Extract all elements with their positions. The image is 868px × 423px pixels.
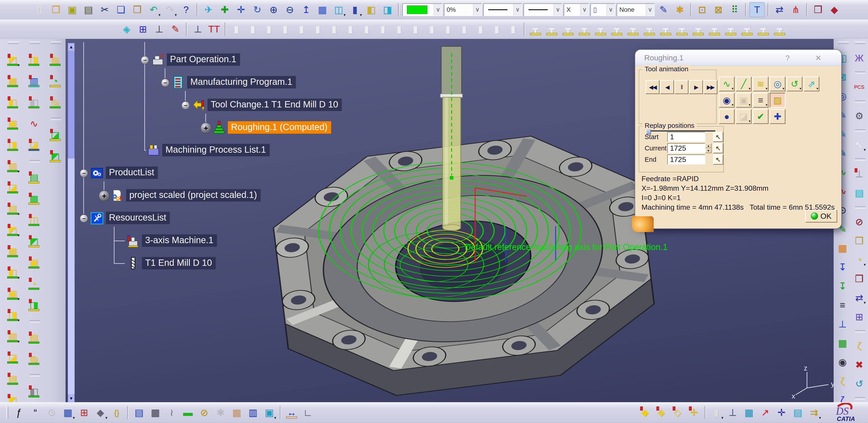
macros-grid[interactable]: ⠿	[727, 2, 742, 17]
undefined[interactable]	[16, 2, 31, 17]
tree-node-resources-list[interactable]: −	[80, 215, 88, 223]
tree-icon-resources-list[interactable]	[90, 211, 104, 225]
print-document[interactable]: ▤	[81, 2, 96, 17]
pan[interactable]: ✛	[234, 2, 248, 17]
loop-replay[interactable]: ↺▾	[786, 77, 802, 91]
video-record[interactable]: ◉▾	[719, 93, 735, 108]
swap-visible-space[interactable]: ◨	[380, 2, 395, 17]
counterboring[interactable]: ┳	[707, 22, 722, 37]
new-document[interactable]: ▯	[32, 2, 47, 17]
point-display-mode[interactable]: ╱▾	[736, 77, 752, 91]
data-flow[interactable]: ⇉▾	[807, 405, 822, 420]
nc-documentation-add[interactable]: ▤	[790, 405, 805, 420]
line-type-combo[interactable]: ∨	[524, 3, 562, 16]
tree-node-manufacturing-program-1[interactable]: −	[161, 79, 169, 87]
replay-end-input[interactable]: 1725	[667, 154, 705, 165]
layer-filter-dropdown[interactable]: ∨	[646, 4, 654, 16]
point-symbol-combo[interactable]: X∨	[564, 3, 589, 16]
spot-drill[interactable]: ▮	[294, 22, 309, 37]
pause[interactable]: ‖	[675, 80, 688, 94]
tree-item-roughing-1[interactable]: Roughing.1 (Computed)	[228, 121, 331, 134]
back-boring[interactable]: ┳	[756, 22, 771, 37]
tree-node-product-list[interactable]: −	[80, 169, 88, 177]
tree-node-part-operation-1[interactable]: −	[141, 56, 149, 64]
render-mode-dropdown[interactable]: ∨	[607, 4, 615, 16]
material-removal-analyze[interactable]: ▨	[770, 93, 785, 108]
relations[interactable]: ⊞	[76, 405, 92, 420]
formula-fx[interactable]: ƒ	[11, 405, 26, 420]
open-catalog[interactable]: ⊡	[694, 2, 710, 17]
boring-bar[interactable]: ▮	[310, 22, 325, 37]
tree-scroll-thumb[interactable]	[68, 51, 74, 158]
tree-icon-manufacturing-program-1[interactable]	[171, 76, 185, 90]
associate-machining-axis[interactable]: ✚	[770, 109, 785, 124]
spindle-condition[interactable]: ⊥	[190, 22, 205, 37]
t-slot-cutter[interactable]: ▮	[424, 22, 439, 37]
painter[interactable]: ✎	[656, 2, 671, 17]
replay-start-picker[interactable]: ↖	[713, 132, 723, 142]
replay-current-input[interactable]: 1725	[667, 143, 705, 153]
turning-insert-3[interactable]: ◇	[670, 405, 685, 420]
reverse-threading[interactable]: ┳	[626, 22, 641, 37]
go-to-end[interactable]: ▶▶	[704, 80, 717, 94]
zoom-out[interactable]: ⊖	[282, 2, 297, 17]
dialog-help-button[interactable]: ?	[782, 53, 794, 63]
fit-all-in[interactable]: ✚	[217, 2, 232, 17]
dialog-close-button[interactable]: ✕	[812, 53, 824, 63]
feature-view-diamond[interactable]: ◈	[119, 22, 134, 37]
drilling-dwell-delay[interactable]: ┳	[561, 22, 576, 37]
reamer[interactable]: ▮	[261, 22, 276, 37]
layer-filter-combo[interactable]: None∨	[617, 3, 655, 16]
text-annotation[interactable]: T	[749, 2, 765, 17]
tree-node-project-scaled[interactable]: +	[99, 191, 110, 201]
tree-item-3-axis-machine-1[interactable]: 3-axis Machine.1	[142, 234, 217, 247]
tree-node-roughing-1[interactable]: +	[200, 122, 211, 134]
chamfering-2-sides[interactable]: ┳	[740, 22, 754, 37]
graphic-color-dropdown[interactable]: ∨	[434, 4, 442, 16]
part-body-brick[interactable]: ❒	[811, 2, 826, 17]
normal-view[interactable]: ↥	[299, 2, 313, 17]
equivalent-dimensions[interactable]: {}	[109, 405, 124, 420]
tapping[interactable]: ┳	[610, 22, 624, 37]
catalog-selection[interactable]: ⊠	[711, 2, 726, 17]
play-forward[interactable]: ▶	[689, 80, 703, 94]
break-chips-drilling[interactable]: ┳	[593, 22, 608, 37]
validate-operation[interactable]: ✔	[753, 109, 769, 124]
tool-axis-display[interactable]: ⇗▾	[804, 77, 819, 91]
open-document[interactable]: ❐	[49, 2, 63, 17]
tree-node-tool-change-1[interactable]: −	[182, 101, 190, 110]
point-symbol-dropdown[interactable]: ∨	[580, 4, 589, 16]
graphic-transparency-combo[interactable]: 0%∨	[444, 3, 482, 16]
replay-current-spinner[interactable]: ▲▼	[705, 143, 712, 153]
broken-link[interactable]: ⊘	[197, 405, 212, 420]
tree-item-t1-end-mill-d10[interactable]: T1 End Mill D 10	[142, 257, 216, 270]
spot-drilling[interactable]: ┳	[544, 22, 559, 37]
green-slab[interactable]: ▬	[180, 405, 195, 420]
axis-system[interactable]: ⋔	[788, 2, 803, 17]
goto-point[interactable]: ↗	[758, 405, 773, 420]
tree-icon-tool-change-1[interactable]	[192, 98, 206, 112]
replay-current-picker[interactable]: ↖	[713, 143, 723, 153]
boring-head[interactable]: ▮	[506, 22, 521, 37]
knowledge-bag[interactable]: ◆▾	[93, 405, 108, 420]
tree-item-part-operation-1[interactable]: Part Operation.1	[167, 53, 240, 66]
deep-hole-drilling[interactable]: ┳	[577, 22, 592, 37]
tree-icon-3-axis-machine-1[interactable]	[126, 234, 140, 248]
machine-axis-travel[interactable]: ✛	[774, 405, 789, 420]
analysis-table[interactable]: ▦	[148, 405, 163, 420]
collision-checking[interactable]: ◎▾	[770, 77, 785, 91]
save-document[interactable]: ▣	[65, 2, 80, 17]
copy[interactable]: ❏	[114, 2, 128, 17]
tree-icon-roughing-1[interactable]	[212, 121, 226, 135]
create-multi-view[interactable]: ▦	[315, 2, 330, 17]
assembly-hex[interactable]: ◆	[827, 2, 842, 17]
thread-milling-operation[interactable]: ┳	[772, 22, 787, 37]
tree-icon-machining-process-list-1[interactable]	[147, 143, 160, 158]
center-drill[interactable]: ▮	[278, 22, 293, 37]
toolpath-display-mode[interactable]: ∿▾	[719, 77, 735, 91]
tool-change-node[interactable]: ⊥	[152, 22, 166, 37]
tree-icon-product-list[interactable]	[90, 166, 104, 180]
tap-tool[interactable]: ▮	[245, 22, 260, 37]
multi-diameter-drill[interactable]: ▮	[343, 22, 358, 37]
surfaces-book[interactable]: ▤	[131, 405, 147, 420]
